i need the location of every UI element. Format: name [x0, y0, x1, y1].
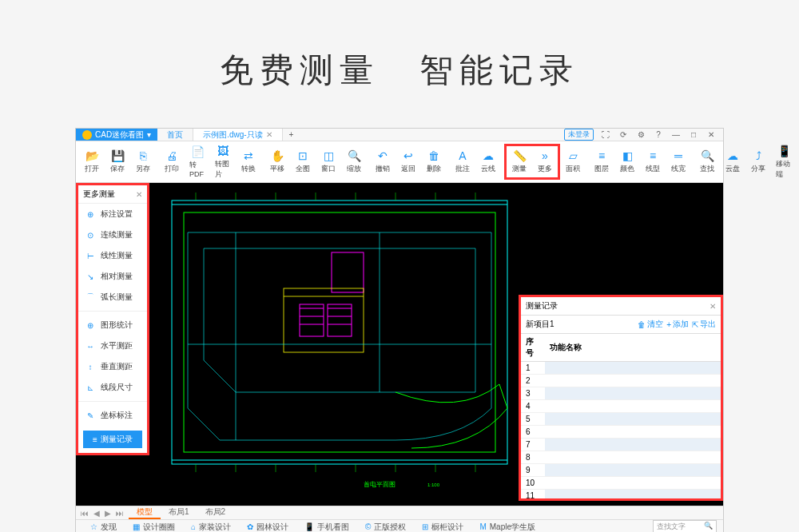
measure-item[interactable]: ✎坐标标注 — [78, 405, 147, 426]
color-button[interactable]: ◧颜色 — [614, 146, 640, 177]
measure-group-highlight: 📏测量 »更多 — [504, 144, 560, 180]
measure-item[interactable]: ⊢线性测量 — [78, 245, 147, 266]
table-row[interactable]: 4 — [521, 400, 721, 413]
status-item[interactable]: ☆发现 — [82, 522, 125, 533]
last-icon[interactable]: ⏭ — [114, 509, 125, 518]
add-tab-button[interactable]: + — [283, 129, 300, 141]
table-row[interactable]: 1 — [521, 362, 721, 375]
table-row[interactable]: 9 — [521, 464, 721, 477]
measure-item[interactable]: ↕垂直测距 — [78, 356, 147, 377]
clear-button[interactable]: 🗑清空 — [638, 319, 663, 330]
table-row[interactable]: 6 — [521, 426, 721, 439]
image-button[interactable]: 🖼转图片 — [210, 141, 236, 183]
tab-home[interactable]: 首页 — [157, 129, 193, 141]
convert-button[interactable]: ⇄转换 — [236, 146, 261, 177]
measure-item-label: 线性测量 — [101, 250, 133, 261]
next-icon[interactable]: ▶ — [103, 509, 113, 518]
measure-item[interactable]: ⊙连续测量 — [78, 224, 147, 245]
undo-icon: ↶ — [376, 149, 389, 162]
close-icon[interactable]: ✕ — [710, 302, 716, 311]
layout-tab[interactable]: 模型 — [129, 506, 161, 519]
undo-button[interactable]: ↶撤销 — [370, 146, 396, 177]
svg-text:1:100: 1:100 — [427, 482, 440, 487]
layout-tab[interactable]: 布局2 — [197, 506, 234, 519]
clouddisk-button[interactable]: ☁云盘 — [720, 146, 745, 177]
measure-item-label: 线段尺寸 — [101, 382, 133, 393]
table-row[interactable]: 5 — [521, 413, 721, 426]
status-item[interactable]: MMaple学生版 — [471, 522, 543, 533]
measure-record-button[interactable]: ≡ 测量记录 — [83, 431, 142, 448]
refresh-icon[interactable]: ⟳ — [618, 130, 629, 139]
table-row[interactable]: 10 — [521, 477, 721, 490]
status-item[interactable]: 📱手机看图 — [296, 522, 357, 533]
area-button[interactable]: ▱面积 — [560, 146, 586, 177]
text-button[interactable]: A批注 — [450, 146, 475, 177]
pan-button[interactable]: ✋平移 — [264, 146, 290, 177]
table-row[interactable]: 7 — [521, 439, 721, 451]
status-item[interactable]: ⊞橱柜设计 — [414, 522, 471, 533]
open-button[interactable]: 📂打开 — [79, 146, 105, 177]
project-name[interactable]: 新项目1 — [526, 319, 634, 330]
pdf-button[interactable]: 📄转PDF — [185, 142, 210, 181]
linewidth-button[interactable]: ═线宽 — [666, 146, 691, 177]
measure-item[interactable]: ⊕标注设置 — [78, 204, 147, 224]
row-name — [545, 400, 721, 413]
search-input[interactable]: 查找文字 🔍 — [653, 520, 717, 532]
delete-button[interactable]: 🗑删除 — [421, 146, 447, 177]
export-button[interactable]: ⇱导出 — [692, 319, 716, 330]
layout-tab[interactable]: 布局1 — [161, 506, 197, 519]
add-button[interactable]: +添加 — [666, 319, 689, 330]
dropdown-icon[interactable]: ▾ — [147, 130, 151, 139]
col-name: 功能名称 — [545, 334, 721, 362]
status-icon: ⌂ — [191, 522, 196, 531]
status-icon: ⊞ — [422, 522, 428, 531]
tab-file[interactable]: 示例图.dwg-只读 ✕ — [193, 129, 282, 141]
status-item[interactable]: ✿园林设计 — [239, 522, 296, 533]
close-icon[interactable]: ✕ — [266, 130, 272, 139]
status-item[interactable]: ©正版授权 — [357, 522, 414, 533]
find-button[interactable]: 🔍查找 — [694, 146, 720, 177]
row-name — [545, 439, 721, 451]
share-button[interactable]: ⤴分享 — [745, 146, 771, 177]
maximize-icon[interactable]: □ — [688, 130, 699, 139]
prev-icon[interactable]: ◀ — [92, 509, 101, 518]
linetype-button[interactable]: ≡线型 — [640, 146, 666, 177]
mobile-button[interactable]: 📱移动端 — [771, 141, 797, 183]
measure-item[interactable]: ⌒弧长测量 — [78, 287, 147, 308]
saveas-button[interactable]: ⎘另存 — [130, 146, 156, 177]
print-button[interactable]: 🖨打印 — [159, 146, 185, 177]
expand-icon[interactable]: ⛶ — [600, 130, 611, 139]
help-icon[interactable]: ? — [653, 130, 664, 139]
zoom-button[interactable]: 🔍缩放 — [341, 146, 367, 177]
login-badge[interactable]: 未登录 — [564, 129, 594, 141]
more-button[interactable]: »更多 — [532, 146, 558, 177]
pdf-icon: 📄 — [191, 145, 204, 158]
window-button[interactable]: ◫窗口 — [316, 146, 341, 177]
settings-icon[interactable]: ⚙ — [635, 130, 646, 139]
status-item[interactable]: ▦设计圈圈 — [125, 522, 183, 533]
measure-item-icon: ⊕ — [85, 321, 96, 330]
measure-item[interactable]: ⊾线段尺寸 — [78, 377, 147, 398]
close-window-icon[interactable]: ✕ — [706, 130, 717, 139]
measure-item[interactable]: ⊕图形统计 — [78, 315, 147, 335]
status-item[interactable]: ⌂家装设计 — [183, 522, 239, 533]
save-button[interactable]: 💾保存 — [105, 146, 130, 177]
measure-item[interactable]: ↔水平测距 — [78, 335, 147, 356]
first-icon[interactable]: ⏮ — [79, 509, 90, 518]
row-no: 4 — [521, 400, 545, 413]
cloud-button[interactable]: ☁云线 — [475, 146, 501, 177]
status-icon: ▦ — [133, 522, 140, 531]
layer-button[interactable]: ≡图层 — [589, 146, 614, 177]
close-icon[interactable]: ✕ — [136, 190, 142, 199]
measure-button[interactable]: 📏测量 — [507, 146, 532, 177]
record-panel-title: 测量记录 — [526, 300, 558, 312]
measure-item[interactable]: ↘相对测量 — [78, 266, 147, 287]
table-row[interactable]: 8 — [521, 451, 721, 464]
full-button[interactable]: ⊡全图 — [290, 146, 316, 177]
back-button[interactable]: ↩返回 — [396, 146, 421, 177]
table-row[interactable]: 3 — [521, 387, 721, 400]
measure-item-label: 坐标标注 — [101, 410, 133, 421]
table-row[interactable]: 2 — [521, 375, 721, 387]
table-row[interactable]: 11 — [521, 490, 721, 499]
minimize-icon[interactable]: — — [670, 130, 682, 139]
